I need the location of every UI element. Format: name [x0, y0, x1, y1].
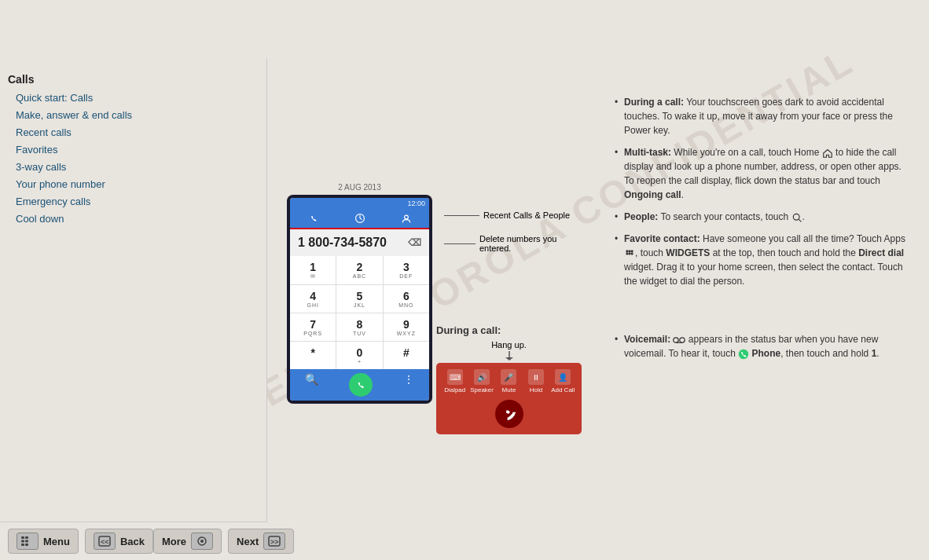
svg-marker-19 — [505, 357, 513, 361]
more-button[interactable]: More — [153, 529, 222, 554]
call-button[interactable] — [349, 373, 373, 397]
hangup-label: Hang up. — [436, 340, 582, 350]
next-button[interactable]: Next >> — [228, 529, 294, 554]
tip-label-people: People: — [624, 211, 658, 222]
phone-icon-tip — [738, 349, 749, 360]
phone-topbar: 12:00 — [290, 198, 429, 209]
key-0[interactable]: 0+ — [336, 342, 382, 369]
svg-rect-1 — [25, 536, 28, 539]
svg-line-16 — [360, 218, 362, 220]
sidebar-item-recent[interactable]: Recent calls — [8, 124, 259, 141]
key-2[interactable]: 2ABC — [336, 256, 382, 284]
speaker-button[interactable]: 🔊 Speaker — [469, 369, 494, 393]
svg-text:>>: >> — [270, 538, 279, 546]
search-icon-tip — [791, 212, 802, 223]
bottom-bar: Menu << Back More — [0, 522, 267, 560]
hold-icon: ⏸ — [528, 369, 544, 385]
key-hash[interactable]: # — [384, 342, 429, 369]
svg-point-38 — [674, 338, 678, 342]
hold-label: Hold — [530, 386, 542, 393]
voicemail-icon — [673, 335, 685, 345]
more-label: More — [162, 536, 186, 547]
menu-label: Menu — [43, 536, 70, 547]
tip-label-vm: Voicemail: — [624, 334, 670, 345]
key-1[interactable]: 1✉ — [290, 256, 336, 284]
svg-rect-3 — [25, 540, 28, 543]
hold-button[interactable]: ⏸ Hold — [523, 369, 548, 393]
svg-rect-5 — [25, 544, 28, 546]
tip-during-call: During a call: Your touchscreen goes dar… — [615, 95, 913, 137]
svg-rect-2 — [21, 540, 24, 543]
sidebar-item-3way[interactable]: 3-way calls — [8, 159, 259, 176]
key-6[interactable]: 6MNO — [384, 285, 429, 313]
back-label: Back — [120, 536, 145, 547]
key-9[interactable]: 9WXYZ — [384, 313, 429, 341]
sidebar-item-cooldown[interactable]: Cool down — [8, 210, 259, 228]
menu-icon — [17, 533, 39, 550]
svg-point-17 — [404, 215, 408, 219]
during-call-label: During a call: — [436, 324, 582, 336]
sidebar-item-make-answer[interactable]: Make, answer & end calls — [8, 107, 259, 124]
dialpad-icon: ⌨ — [447, 369, 463, 385]
key-3[interactable]: 3DEF — [384, 256, 429, 284]
phone-tab-contacts[interactable] — [383, 209, 429, 228]
tip-people: People: To search your contacts, touch . — [615, 210, 913, 224]
key-star[interactable]: * — [290, 342, 336, 369]
svg-rect-0 — [21, 536, 24, 539]
svg-point-23 — [628, 250, 630, 252]
recent-calls-annotation: Recent Calls & People — [483, 210, 570, 220]
phone-tab-icon — [308, 213, 319, 224]
phone-tab-dial[interactable] — [290, 209, 336, 228]
svg-point-27 — [631, 252, 633, 254]
hangup-button[interactable] — [495, 400, 523, 428]
home-icon — [822, 148, 833, 158]
tip-label-fav: Favorite contact: — [624, 233, 700, 244]
key-7[interactable]: 7PQRS — [290, 313, 336, 341]
sidebar-item-quickstart[interactable]: Quick start: Calls — [8, 90, 259, 107]
svg-line-21 — [799, 219, 801, 221]
svg-point-41 — [739, 350, 748, 359]
timestamp: 2 AUG 2013 — [287, 183, 432, 192]
delete-annotation: Delete numbers you entered. — [479, 234, 578, 253]
call-icon — [354, 379, 367, 391]
phone-keypad: 1✉ 2ABC 3DEF 4GHI 5JKL 6MNO 7PQRS 8TUV 9… — [290, 256, 429, 369]
dialpad-label: Dialpad — [444, 386, 465, 393]
menu-button[interactable]: Menu — [8, 529, 79, 554]
svg-point-26 — [628, 252, 630, 254]
svg-point-39 — [680, 338, 685, 342]
hangup-icon — [501, 406, 517, 422]
sidebar-item-phone-number[interactable]: Your phone number — [8, 176, 259, 193]
delete-icon[interactable]: ⌫ — [408, 237, 421, 248]
svg-point-9 — [200, 540, 204, 543]
sidebar-section: Calls — [8, 71, 259, 90]
sidebar: Calls Quick start: Calls Make, answer & … — [0, 59, 267, 560]
key-4[interactable]: 4GHI — [290, 285, 336, 313]
add-call-button[interactable]: 👤 Add Call — [551, 369, 575, 393]
tip-label-during: During a call: — [624, 97, 684, 108]
more-options-icon[interactable]: ⋮ — [403, 373, 414, 397]
svg-rect-4 — [21, 544, 24, 546]
clock-icon — [354, 213, 365, 224]
mute-label: Mute — [502, 386, 516, 393]
phone-screen: 12:00 — [290, 198, 429, 401]
sidebar-item-emergency[interactable]: Emergency calls — [8, 193, 259, 210]
annotations-area: Recent Calls & People Delete numbers you… — [444, 183, 578, 419]
annotation-recent: Recent Calls & People — [444, 210, 570, 220]
back-button[interactable]: << Back — [85, 529, 153, 554]
sidebar-item-favorites[interactable]: Favorites — [8, 141, 259, 159]
phone-tab-recent[interactable] — [336, 209, 383, 228]
key-5[interactable]: 5JKL — [336, 285, 382, 313]
phone-bottom-bar: 🔍 ⋮ — [290, 369, 429, 401]
search-icon-phone[interactable]: 🔍 — [305, 373, 318, 397]
phone-number-display: 1 800-734-5870 ⌫ — [290, 229, 429, 256]
phone-number: 1 800-734-5870 — [298, 236, 387, 250]
arrow-down — [490, 351, 529, 361]
phone-mockup: 12:00 — [287, 195, 432, 404]
add-call-icon: 👤 — [555, 369, 571, 385]
mute-button[interactable]: 🎤 Mute — [497, 369, 521, 393]
key-8[interactable]: 8TUV — [336, 313, 382, 341]
speaker-label: Speaker — [470, 386, 494, 393]
add-call-label: Add Call — [551, 386, 575, 393]
more-icon — [191, 533, 213, 550]
dialpad-button[interactable]: ⌨ Dialpad — [442, 369, 467, 393]
